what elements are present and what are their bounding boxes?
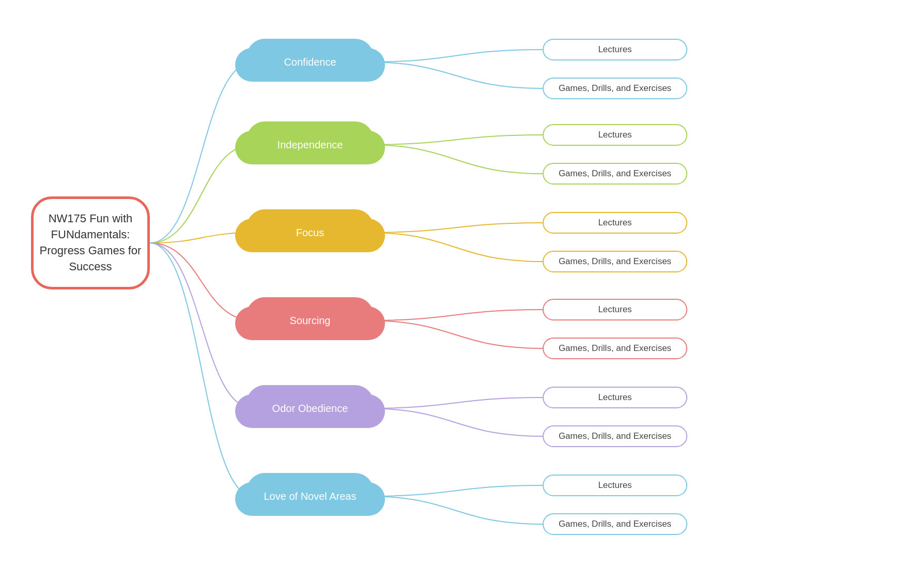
cloud-label-sourcing: Sourcing [261,307,359,335]
leaf-label-odor-obedience-0: Lectures [598,392,632,403]
leaf-label-odor-obedience-1: Games, Drills, and Exercises [559,431,671,441]
cloud-independence[interactable]: Independence [258,127,362,163]
leaf-label-focus-1: Games, Drills, and Exercises [559,256,671,267]
cloud-label-odor-obedience: Odor Obedience [261,394,359,423]
leaf-independence-0[interactable]: Lectures [543,124,687,146]
leaf-label-confidence-0: Lectures [598,44,632,55]
leaf-focus-0[interactable]: Lectures [543,212,687,234]
leaf-label-focus-0: Lectures [598,218,632,228]
root-node: NW175 Fun with FUNdamentals: Progress Ga… [31,196,150,289]
leaf-label-independence-0: Lectures [598,130,632,140]
leaf-label-love-novel-areas-0: Lectures [598,480,632,491]
leaf-confidence-1[interactable]: Games, Drills, and Exercises [543,78,687,99]
leaf-label-independence-1: Games, Drills, and Exercises [559,169,671,179]
cloud-label-love-novel-areas: Love of Novel Areas [261,482,359,511]
leaf-odor-obedience-1[interactable]: Games, Drills, and Exercises [543,425,687,447]
leaf-focus-1[interactable]: Games, Drills, and Exercises [543,251,687,272]
leaf-confidence-0[interactable]: Lectures [543,39,687,60]
root-label: NW175 Fun with FUNdamentals: Progress Ga… [34,211,147,274]
leaf-love-novel-areas-0[interactable]: Lectures [543,475,687,496]
cloud-label-confidence: Confidence [261,48,359,77]
cloud-label-focus: Focus [261,219,359,247]
cloud-label-independence: Independence [261,131,359,159]
leaf-label-sourcing-1: Games, Drills, and Exercises [559,343,671,354]
cloud-confidence[interactable]: Confidence [258,44,362,80]
leaf-label-confidence-1: Games, Drills, and Exercises [559,83,671,94]
leaf-love-novel-areas-1[interactable]: Games, Drills, and Exercises [543,513,687,535]
leaf-label-love-novel-areas-1: Games, Drills, and Exercises [559,519,671,529]
leaf-sourcing-1[interactable]: Games, Drills, and Exercises [543,338,687,359]
cloud-odor-obedience[interactable]: Odor Obedience [258,390,362,426]
cloud-sourcing[interactable]: Sourcing [258,302,362,339]
leaf-odor-obedience-0[interactable]: Lectures [543,387,687,408]
leaf-sourcing-0[interactable]: Lectures [543,299,687,320]
cloud-focus[interactable]: Focus [258,215,362,251]
cloud-love-novel-areas[interactable]: Love of Novel Areas [258,478,362,514]
leaf-label-sourcing-0: Lectures [598,304,632,315]
leaf-independence-1[interactable]: Games, Drills, and Exercises [543,163,687,185]
